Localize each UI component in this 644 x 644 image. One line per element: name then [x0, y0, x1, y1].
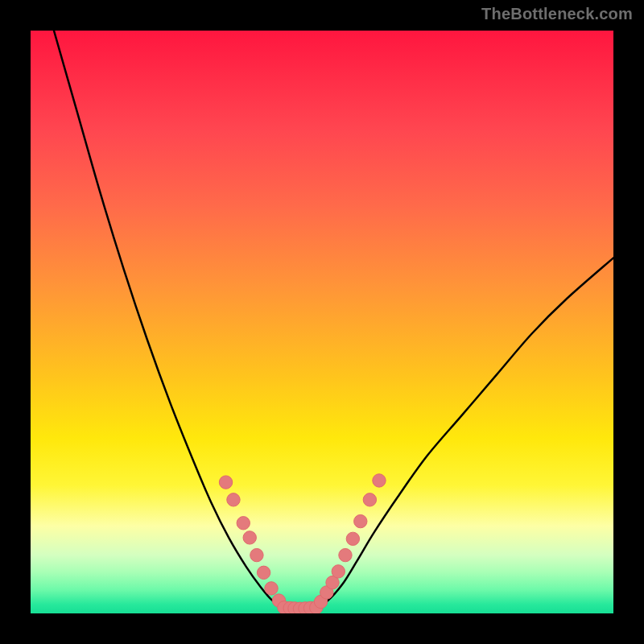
marker-dot: [219, 476, 232, 489]
marker-dot: [363, 493, 376, 506]
marker-dot: [265, 582, 278, 595]
marker-dot: [346, 532, 359, 545]
valley-markers: [219, 474, 386, 613]
chart-frame: TheBottleneck.com: [0, 0, 644, 644]
marker-dot: [237, 517, 250, 530]
marker-dot: [339, 548, 352, 561]
plot-area: [31, 31, 613, 613]
curve-layer: [31, 31, 613, 613]
marker-dot: [250, 548, 263, 561]
marker-dot: [243, 531, 256, 544]
marker-dot: [227, 493, 240, 506]
marker-dot: [332, 565, 345, 578]
watermark-text: TheBottleneck.com: [481, 5, 633, 23]
marker-dot: [373, 474, 386, 487]
marker-dot: [257, 566, 270, 579]
marker-dot: [354, 514, 367, 527]
curve-right: [316, 258, 613, 607]
